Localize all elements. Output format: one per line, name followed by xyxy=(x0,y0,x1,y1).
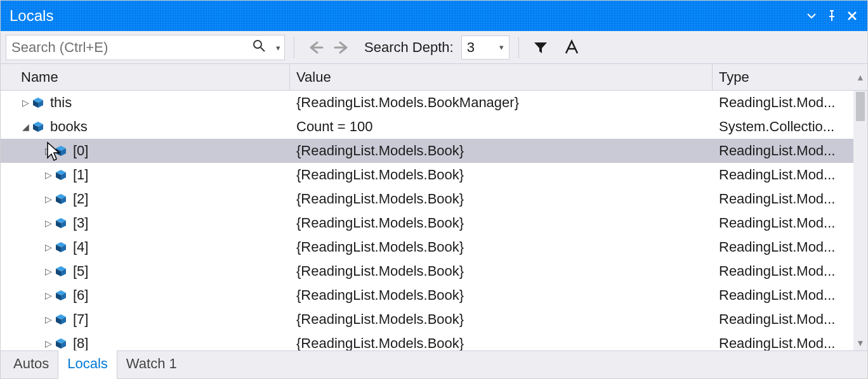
search-depth-value: 3 xyxy=(467,39,475,56)
variable-value[interactable]: {ReadingList.Models.Book} xyxy=(290,143,713,159)
table-row[interactable]: ▷[5]{ReadingList.Models.Book}ReadingList… xyxy=(1,259,853,283)
variable-type: ReadingList.Mod... xyxy=(713,143,853,159)
locals-window: Locals ▾ Search Depth: 3 ▾ xyxy=(0,0,868,379)
search-box[interactable]: ▾ xyxy=(6,35,285,60)
expand-icon[interactable]: ▷ xyxy=(43,338,54,349)
scroll-up-icon[interactable]: ▲ xyxy=(853,72,867,82)
chevron-down-icon: ▾ xyxy=(499,42,504,52)
expand-icon[interactable]: ▷ xyxy=(20,98,31,108)
variable-value[interactable]: {ReadingList.Models.BookManager} xyxy=(290,94,713,111)
object-icon xyxy=(54,169,68,181)
expand-icon[interactable]: ▷ xyxy=(43,218,54,228)
expand-icon[interactable]: ▷ xyxy=(43,266,54,276)
svg-point-0 xyxy=(254,41,261,48)
variable-type: ReadingList.Mod... xyxy=(713,239,853,255)
tab-watch-1[interactable]: Watch 1 xyxy=(117,350,186,378)
expand-icon[interactable]: ▷ xyxy=(43,194,54,204)
variable-value[interactable]: {ReadingList.Models.Book} xyxy=(290,287,713,304)
search-depth-combo[interactable]: 3 ▾ xyxy=(461,35,510,60)
variable-value[interactable]: {ReadingList.Models.Book} xyxy=(290,239,713,255)
variable-name: [2] xyxy=(68,191,88,207)
object-icon xyxy=(54,145,68,157)
column-header-type[interactable]: Type xyxy=(713,64,853,90)
scroll-down-icon[interactable]: ▼ xyxy=(853,338,867,348)
variable-name: [4] xyxy=(68,239,88,255)
variable-name: [3] xyxy=(68,215,88,231)
nav-back-button[interactable] xyxy=(303,40,326,55)
search-depth-label: Search Depth: xyxy=(359,39,456,56)
object-icon xyxy=(54,241,68,254)
tab-autos[interactable]: Autos xyxy=(4,350,58,378)
object-icon xyxy=(54,337,68,350)
nav-forward-button[interactable] xyxy=(331,40,354,55)
expand-icon[interactable]: ▷ xyxy=(43,242,54,252)
table-row[interactable]: ▷this{ReadingList.Models.BookManager}Rea… xyxy=(1,91,853,115)
toolbar: ▾ Search Depth: 3 ▾ xyxy=(1,31,867,64)
variable-value[interactable]: {ReadingList.Models.Book} xyxy=(290,311,713,328)
svg-line-1 xyxy=(261,48,265,51)
table-row[interactable]: ▷[8]{ReadingList.Models.Book}ReadingList… xyxy=(1,331,853,350)
variable-name: [1] xyxy=(68,167,88,183)
close-icon[interactable] xyxy=(842,10,862,22)
tab-locals[interactable]: Locals xyxy=(58,350,117,379)
variable-value[interactable]: {ReadingList.Models.Book} xyxy=(290,167,713,183)
variable-value[interactable]: Count = 100 xyxy=(290,119,713,135)
expand-icon[interactable]: ▷ xyxy=(43,290,54,300)
column-header-name[interactable]: Name xyxy=(12,64,290,90)
expand-icon[interactable]: ▷ xyxy=(43,146,54,156)
filter-icon[interactable] xyxy=(528,40,553,55)
variable-value[interactable]: {ReadingList.Models.Book} xyxy=(290,335,713,350)
font-size-icon[interactable] xyxy=(558,39,585,56)
pin-icon[interactable] xyxy=(822,10,842,22)
object-icon xyxy=(54,193,68,205)
object-icon xyxy=(54,217,68,229)
table-row[interactable]: ▷[2]{ReadingList.Models.Book}ReadingList… xyxy=(1,187,853,211)
variable-type: ReadingList.Mod... xyxy=(713,94,853,111)
grid-body: ▷this{ReadingList.Models.BookManager}Rea… xyxy=(1,91,867,350)
variable-value[interactable]: {ReadingList.Models.Book} xyxy=(290,191,713,207)
table-row[interactable]: ▷[0]{ReadingList.Models.Book}ReadingList… xyxy=(1,139,853,163)
grid-header: Name Value Type ▲ xyxy=(1,64,867,91)
variable-type: ReadingList.Mod... xyxy=(713,311,853,328)
window-title: Locals xyxy=(10,7,801,25)
table-row[interactable]: ▷[4]{ReadingList.Models.Book}ReadingList… xyxy=(1,235,853,259)
variable-type: ReadingList.Mod... xyxy=(713,263,853,279)
object-icon xyxy=(31,120,45,133)
search-input[interactable] xyxy=(6,35,284,60)
title-bar: Locals xyxy=(1,1,867,31)
variable-type: ReadingList.Mod... xyxy=(713,287,853,304)
variable-type: System.Collectio... xyxy=(713,119,853,135)
variable-type: ReadingList.Mod... xyxy=(713,167,853,183)
table-row[interactable]: ▷[3]{ReadingList.Models.Book}ReadingList… xyxy=(1,211,853,235)
window-menu-icon[interactable] xyxy=(801,11,822,21)
separator xyxy=(518,37,519,58)
search-dropdown-icon[interactable]: ▾ xyxy=(276,42,280,52)
object-icon xyxy=(54,289,68,302)
variable-value[interactable]: {ReadingList.Models.Book} xyxy=(290,215,713,231)
table-row[interactable]: ▷[6]{ReadingList.Models.Book}ReadingList… xyxy=(1,283,853,307)
variable-name: [0] xyxy=(68,143,88,159)
variable-name: [7] xyxy=(68,311,88,328)
table-row[interactable]: ▷[7]{ReadingList.Models.Book}ReadingList… xyxy=(1,307,853,331)
object-icon xyxy=(54,265,68,278)
column-header-value[interactable]: Value xyxy=(290,64,713,90)
variable-name: [6] xyxy=(68,287,88,304)
object-icon xyxy=(54,313,68,326)
expand-icon[interactable]: ▷ xyxy=(43,170,54,180)
expand-icon[interactable]: ▷ xyxy=(43,314,54,324)
variable-type: ReadingList.Mod... xyxy=(713,335,853,350)
variable-type: ReadingList.Mod... xyxy=(713,191,853,207)
table-row[interactable]: ◢booksCount = 100System.Collectio... xyxy=(1,115,853,139)
scrollbar-thumb[interactable] xyxy=(856,92,865,121)
search-icon[interactable] xyxy=(253,39,265,56)
variable-name: [5] xyxy=(68,263,88,279)
variable-name: books xyxy=(45,119,88,135)
table-row[interactable]: ▷[1]{ReadingList.Models.Book}ReadingList… xyxy=(1,163,853,187)
collapse-icon[interactable]: ◢ xyxy=(20,122,31,132)
variable-type: ReadingList.Mod... xyxy=(713,215,853,231)
vertical-scrollbar[interactable]: ▼ xyxy=(853,91,867,350)
variable-value[interactable]: {ReadingList.Models.Book} xyxy=(290,263,713,279)
tab-strip: AutosLocalsWatch 1 xyxy=(1,350,867,378)
variable-name: this xyxy=(45,94,72,111)
variable-name: [8] xyxy=(68,335,88,350)
